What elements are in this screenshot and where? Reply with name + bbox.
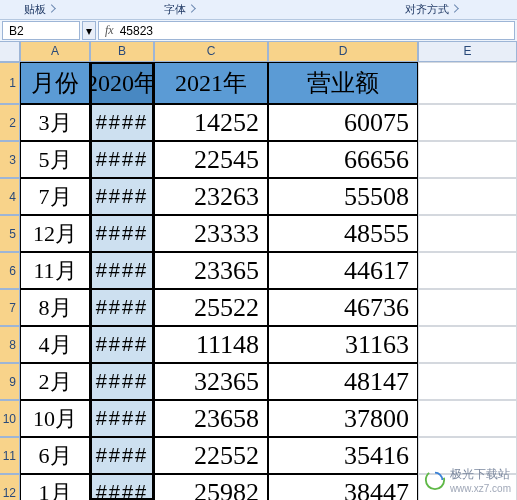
cell-revenue[interactable]: 48147 [268,363,418,400]
cell-2021[interactable]: 23333 [154,215,268,252]
cell-2021[interactable]: 23658 [154,400,268,437]
row-head[interactable]: 2 [0,104,20,141]
cell-month[interactable]: 11月 [20,252,90,289]
cell-empty[interactable] [418,104,517,141]
col-head-c[interactable]: C [154,42,268,62]
cell-2021[interactable]: 11148 [154,326,268,363]
cell-c1[interactable]: 2021年 [154,62,268,104]
row-head-1[interactable]: 1 [0,62,20,104]
cell-empty[interactable] [418,215,517,252]
cell-empty[interactable] [418,141,517,178]
dialog-launcher-icon[interactable] [187,4,195,12]
fx-icon[interactable]: fx [105,23,114,38]
dialog-launcher-icon[interactable] [450,4,458,12]
cell-2020[interactable]: #### [90,326,154,363]
cell-month[interactable]: 8月 [20,289,90,326]
watermark-url: www.xz7.com [450,483,511,494]
formula-value[interactable]: 45823 [120,24,508,38]
cell-2021[interactable]: 23263 [154,178,268,215]
cell-d1[interactable]: 营业额 [268,62,418,104]
formula-bar: B2 ▾ fx 45823 [0,20,517,42]
cell-2021[interactable]: 23365 [154,252,268,289]
formula-input-wrap[interactable]: fx 45823 [98,21,515,40]
cell-2020[interactable]: #### [90,141,154,178]
cell-empty[interactable] [418,289,517,326]
cell-month[interactable]: 10月 [20,400,90,437]
dialog-launcher-icon[interactable] [47,4,55,12]
cell-month[interactable]: 5月 [20,141,90,178]
cell-revenue[interactable]: 46736 [268,289,418,326]
name-box[interactable]: B2 [2,21,80,40]
spreadsheet-grid[interactable]: A B C D E 1 月份 2020年 2021年 营业额 23月####14… [0,42,517,500]
cell-revenue[interactable]: 35416 [268,437,418,474]
watermark: 极光下载站 www.xz7.com [424,466,511,494]
cell-revenue[interactable]: 55508 [268,178,418,215]
cell-a1[interactable]: 月份 [20,62,90,104]
cell-2021[interactable]: 22545 [154,141,268,178]
cell-month[interactable]: 7月 [20,178,90,215]
cell-empty[interactable] [418,400,517,437]
name-box-dropdown[interactable]: ▾ [82,21,96,40]
cell-2021[interactable]: 22552 [154,437,268,474]
col-head-e[interactable]: E [418,42,517,62]
row-head[interactable]: 3 [0,141,20,178]
cell-empty[interactable] [418,326,517,363]
cell-2020[interactable]: #### [90,104,154,141]
cell-month[interactable]: 2月 [20,363,90,400]
cell-ref: B2 [9,24,24,38]
watermark-title: 极光下载站 [450,466,511,483]
chevron-down-icon: ▾ [86,24,92,38]
row-head[interactable]: 5 [0,215,20,252]
cell-empty[interactable] [418,363,517,400]
ribbon-font-label: 字体 [80,0,280,19]
col-head-d[interactable]: D [268,42,418,62]
cell-2020[interactable]: #### [90,215,154,252]
ribbon-group-labels: 贴板 字体 对齐方式 [0,0,517,20]
cell-2020[interactable]: #### [90,437,154,474]
cell-revenue[interactable]: 37800 [268,400,418,437]
col-head-b[interactable]: B [90,42,154,62]
cell-2021[interactable]: 25522 [154,289,268,326]
cell-e1[interactable] [418,62,517,104]
select-all-corner[interactable] [0,42,20,62]
ribbon-align-label: 对齐方式 [347,0,517,19]
svg-point-0 [426,471,444,489]
row-head[interactable]: 6 [0,252,20,289]
cell-2020[interactable]: #### [90,252,154,289]
cell-empty[interactable] [418,252,517,289]
cell-2020[interactable]: #### [90,289,154,326]
cell-b1[interactable]: 2020年 [90,62,154,104]
cell-month[interactable]: 12月 [20,215,90,252]
cell-2021[interactable]: 32365 [154,363,268,400]
row-head[interactable]: 12 [0,474,20,500]
cell-2020[interactable]: #### [90,400,154,437]
cell-revenue[interactable]: 48555 [268,215,418,252]
row-head[interactable]: 11 [0,437,20,474]
row-head[interactable]: 8 [0,326,20,363]
row-head[interactable]: 10 [0,400,20,437]
cell-revenue[interactable]: 38447 [268,474,418,500]
cell-month[interactable]: 3月 [20,104,90,141]
cell-2020[interactable]: #### [90,363,154,400]
cell-revenue[interactable]: 66656 [268,141,418,178]
cell-empty[interactable] [418,178,517,215]
cell-2020[interactable]: #### [90,178,154,215]
cell-month[interactable]: 6月 [20,437,90,474]
ribbon-clipboard-label: 贴板 [0,0,80,19]
cell-revenue[interactable]: 60075 [268,104,418,141]
label-text: 对齐方式 [405,3,449,15]
row-head[interactable]: 4 [0,178,20,215]
cell-2021[interactable]: 14252 [154,104,268,141]
watermark-logo-icon [424,469,446,491]
cell-month[interactable]: 4月 [20,326,90,363]
cell-revenue[interactable]: 44617 [268,252,418,289]
cell-2020[interactable]: #### [90,474,154,500]
cell-2021[interactable]: 25982 [154,474,268,500]
col-head-a[interactable]: A [20,42,90,62]
cell-month[interactable]: 1月 [20,474,90,500]
row-head[interactable]: 9 [0,363,20,400]
label-text: 贴板 [24,3,46,15]
cell-revenue[interactable]: 31163 [268,326,418,363]
row-head[interactable]: 7 [0,289,20,326]
label-text: 字体 [164,3,186,15]
